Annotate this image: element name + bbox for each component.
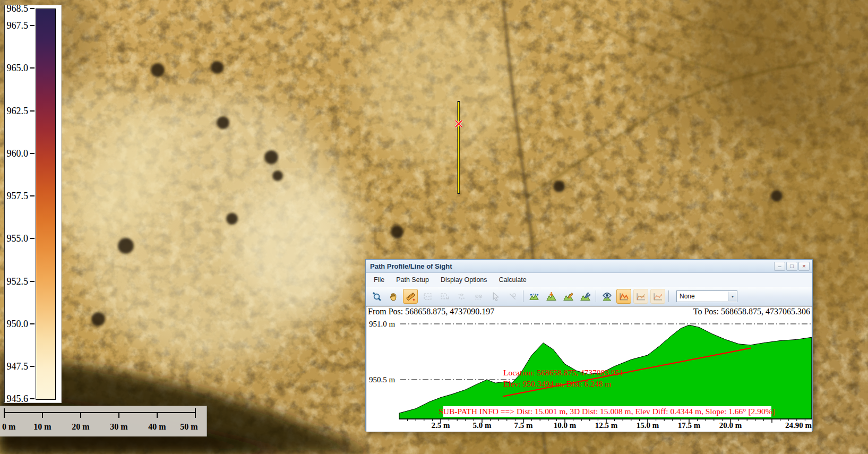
screen: 968.5967.5965.0962.5960.0957.5955.0952.5… [0,0,868,454]
legend-tick-label: 945.6 [5,393,28,405]
x-tick-label: 5.0 m [473,421,492,430]
menu-calculate[interactable]: Calculate [494,274,531,286]
view-shed-icon [602,292,612,302]
maximize-button[interactable]: □ [786,262,797,271]
legend-tick-mark [30,25,35,26]
window-title: Path Profile/Line of Sight [366,262,774,270]
measure-button[interactable] [403,289,418,304]
map-scale-bar: 0 m10 m20 m30 m40 m50 m [0,406,207,436]
pick-line-button[interactable] [505,289,520,304]
legend-tick-mark [30,110,35,112]
points-circles-icon [474,292,484,302]
legend-tick-label: 962.5 [5,105,28,117]
menu-bar: FilePath SetupDisplay OptionsCalculate [366,273,812,287]
view-shed-button[interactable] [599,289,614,304]
x-tick-label: 12.5 m [595,421,618,430]
layer-dropdown-value: None [677,293,728,300]
elev-annotation: Elev: 950.3494 m, Dist: 6.248 m [503,379,611,388]
location-annotation: Location: 568658.875, 4737083.951 [503,368,623,377]
elevation-gradient-bar [36,8,56,400]
zoom-button[interactable] [369,289,384,304]
select-rect-corner-icon [440,292,450,302]
terrain-path-icon [529,292,539,302]
x-tick-label: 15.0 m [637,421,659,430]
legend-tick-label: 952.5 [5,276,28,287]
pick-arrow-button[interactable] [488,289,503,304]
scale-label: 30 m [110,422,128,431]
y-gridline-label: 950.5 m [369,375,396,384]
profile-chart-button[interactable] [616,289,631,304]
legend-tick-label: 967.5 [5,20,28,31]
pan-button[interactable] [386,289,401,304]
elevation-legend: 968.5967.5965.0962.5960.0957.5955.0952.5… [4,5,61,402]
legend-tick-mark [30,67,35,68]
minimize-button[interactable]: – [774,262,785,271]
legend-tick-mark [30,153,35,154]
terrain-path-button[interactable] [527,289,542,304]
scale-label: 50 m [180,422,198,431]
profile-multi-button[interactable] [633,289,648,304]
toolbar: None ▼ [366,287,812,306]
legend-tick-mark [30,366,35,367]
toolbar-separator [596,290,596,302]
select-rect-corner-button[interactable] [437,289,452,304]
legend-tick-mark [30,238,35,239]
legend-tick-mark [30,398,35,399]
to-pos-label: To Pos: 568658.875, 4737065.306 [693,307,810,316]
y-gridline-label: 951.0 m [369,320,396,328]
toolbar-separator [523,290,523,302]
legend-tick-label: 947.5 [5,361,28,372]
x-tick-label: 2.5 m [432,421,451,430]
subpath-info-text: SUB-PATH INFO ==> Dist: 15.001 m, 3D Dis… [439,407,775,416]
x-tick-label: 17.5 m [678,421,701,430]
measure-icon [406,292,416,302]
window-title-bar[interactable]: Path Profile/Line of Sight – □ × [366,260,812,273]
terrain-wrench-icon [580,292,590,302]
x-tick-label: 20.0 m [719,421,742,430]
path-profile-window: Path Profile/Line of Sight – □ × FilePat… [365,259,813,431]
legend-tick-mark [30,323,35,324]
chevron-down-icon[interactable]: ▼ [728,292,737,301]
scale-label: 10 m [33,422,51,431]
select-rect-icon [423,292,433,302]
legend-tick-label: 968.5 [5,3,28,14]
menu-file[interactable]: File [369,274,389,286]
legend-tick-mark [30,195,35,196]
terrain-pencil-icon [563,292,573,302]
x-tick-label: 10.0 m [554,421,577,430]
x-tick-label: 7.5 m [514,421,534,430]
menu-path-setup[interactable]: Path Setup [391,274,434,286]
x-tick-label: 24.90 m [785,421,812,430]
scale-label: 20 m [72,422,90,431]
legend-tick-label: 955.0 [5,233,28,244]
zoom-icon [372,292,382,302]
legend-tick-label: 960.0 [5,148,28,159]
legend-tick-label: 965.0 [5,62,28,74]
pick-arrow-icon [491,292,501,302]
from-pos-label: From Pos: 568658.875, 4737090.197 [368,307,494,316]
menu-display-options[interactable]: Display Options [436,274,492,286]
legend-tick-mark [30,8,35,9]
terrain-pencil-button[interactable] [561,289,575,304]
profile-chart-area: From Pos: 568658.875, 4737090.197 To Pos… [366,306,812,432]
points-line-button[interactable] [454,289,469,304]
legend-tick-label: 957.5 [5,190,28,202]
profile-multi-icon [636,292,646,302]
points-circles-button[interactable] [471,289,486,304]
profile-chart-icon [619,292,629,302]
legend-tick-mark [30,281,35,282]
select-rect-button[interactable] [420,289,435,304]
profile-multi2-button[interactable] [650,289,665,304]
terrain-marker-icon [546,292,556,302]
scale-label: 0 m [2,422,16,431]
toolbar-separator [668,290,669,302]
profile-multi2-icon [653,292,663,302]
profile-chart[interactable]: 951.0 m950.5 m Location: 568658.875, 473… [366,317,812,432]
close-button[interactable]: × [798,262,810,271]
terrain-wrench-button[interactable] [578,289,592,304]
scale-label: 40 m [148,422,166,431]
terrain-marker-button[interactable] [544,289,558,304]
layer-dropdown[interactable]: None ▼ [676,290,737,302]
legend-tick-label: 950.0 [5,318,28,330]
pick-line-icon [508,292,518,302]
